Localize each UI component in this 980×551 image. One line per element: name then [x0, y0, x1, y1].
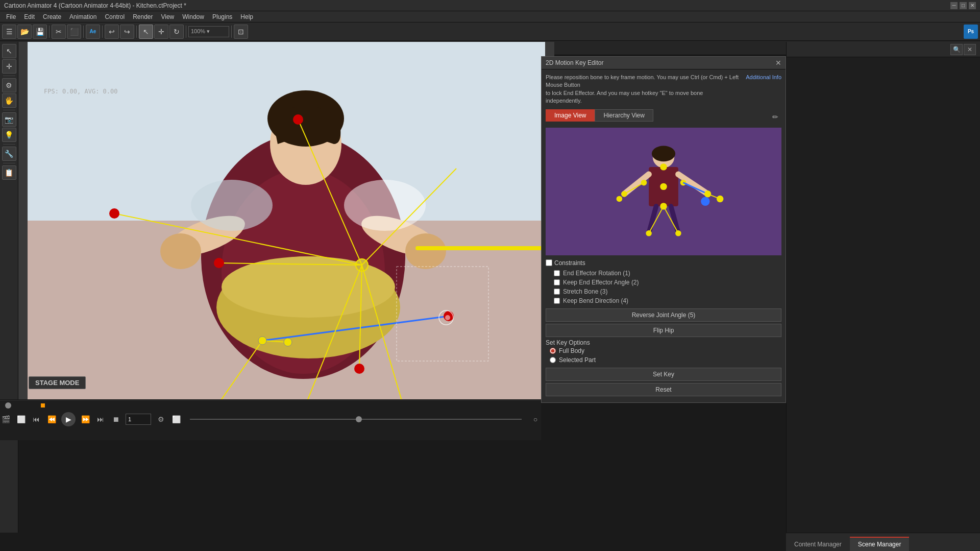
- tool-light[interactable]: 💡: [2, 128, 16, 142]
- constraint-keep-bend-direction: Keep Bend Direction (4): [546, 296, 781, 305]
- tool-bone[interactable]: ⚙: [2, 78, 16, 92]
- timeline-next-frame-button[interactable]: ⏩: [80, 414, 91, 425]
- timeline-play-button[interactable]: ▶: [61, 412, 76, 426]
- tool-prop[interactable]: 🔧: [2, 147, 16, 161]
- full-body-option: Full Body: [546, 346, 781, 355]
- motion-editor-close-button[interactable]: ✕: [775, 59, 781, 67]
- tool-sep-4: [3, 163, 15, 163]
- edit-button[interactable]: ✏: [769, 111, 781, 123]
- constraints-header: Constraints: [546, 259, 781, 267]
- tool-camera[interactable]: 📷: [2, 112, 16, 127]
- reverse-joint-button[interactable]: Reverse Joint Angle (5): [546, 308, 781, 322]
- timeline-end-button[interactable]: ○: [530, 414, 541, 425]
- timeline-expand-button[interactable]: ⬜: [170, 414, 182, 425]
- timeline-record-button[interactable]: 🎬: [0, 414, 11, 425]
- photoshop-button[interactable]: Ps: [964, 25, 978, 39]
- end-effector-rotation-checkbox[interactable]: [554, 270, 560, 276]
- reset-button[interactable]: Reset: [546, 383, 781, 396]
- save-button[interactable]: 💾: [33, 25, 47, 39]
- flip-hip-button[interactable]: Flip Hip: [546, 324, 781, 337]
- timeline-settings-button[interactable]: ⚙: [155, 414, 166, 425]
- keep-end-effector-checkbox[interactable]: [554, 279, 560, 285]
- svg-rect-15: [415, 246, 554, 250]
- redo-button[interactable]: ↪: [120, 25, 134, 39]
- timeline-scrub-handle[interactable]: [356, 416, 362, 422]
- menu-control[interactable]: Control: [101, 12, 129, 21]
- menu-create[interactable]: Create: [39, 12, 65, 21]
- undo-button[interactable]: ↩: [105, 25, 119, 39]
- minimize-button[interactable]: ─: [950, 2, 958, 9]
- keep-bend-direction-checkbox[interactable]: [554, 298, 560, 304]
- move-button[interactable]: ✛: [154, 25, 168, 39]
- zoom-field[interactable]: 100% ▾: [188, 26, 229, 37]
- tool-button-2[interactable]: ⬛: [67, 25, 81, 39]
- timeline-marker[interactable]: [41, 403, 45, 408]
- open-button[interactable]: 📂: [17, 25, 32, 39]
- svg-point-30: [354, 364, 364, 374]
- right-panel-search-button[interactable]: 🔍: [950, 44, 963, 55]
- motion-editor-info-text: Please reposition bone to key frame moti…: [546, 74, 740, 105]
- stretch-bone-checkbox[interactable]: [554, 289, 560, 295]
- additional-info-link[interactable]: Additional Info: [746, 74, 781, 81]
- rotate-button[interactable]: ↻: [169, 25, 184, 39]
- right-panel-content: [787, 57, 980, 533]
- stretch-bone-label: Stretch Bone (3): [563, 288, 607, 295]
- right-panel-close-button[interactable]: ✕: [964, 44, 976, 55]
- menu-plugins[interactable]: Plugins: [208, 12, 236, 21]
- timeline-scrubbar[interactable]: [190, 419, 522, 420]
- menu-bar: File Edit Create Animation Control Rende…: [0, 11, 980, 22]
- motion-editor-body: Please reposition bone to key frame moti…: [542, 69, 786, 402]
- timeline-loop-button[interactable]: ⬜: [15, 414, 27, 425]
- toolbar-sep-2: [83, 26, 84, 38]
- motion-editor-header: 2D Motion Key Editor ✕: [542, 57, 786, 69]
- full-body-radio[interactable]: [550, 348, 556, 354]
- tab-content-manager[interactable]: Content Manager: [786, 537, 850, 551]
- timeline-stop-button[interactable]: ⏹: [110, 414, 121, 425]
- timeline-frame-input[interactable]: 1: [126, 414, 151, 425]
- timeline-goto-end-button[interactable]: ⏭: [95, 414, 106, 425]
- menu-file[interactable]: File: [2, 12, 20, 21]
- menu-help[interactable]: Help: [236, 12, 257, 21]
- timeline-prev-frame-button[interactable]: ⏪: [46, 414, 57, 425]
- ae-button[interactable]: Ae: [86, 25, 100, 39]
- tool-select[interactable]: ↖: [2, 44, 16, 58]
- close-button[interactable]: ✕: [969, 2, 976, 9]
- set-key-button[interactable]: Set Key: [546, 368, 781, 381]
- svg-point-39: [652, 146, 675, 161]
- select-button[interactable]: ↖: [139, 25, 153, 39]
- svg-point-32: [284, 338, 292, 346]
- menu-view[interactable]: View: [157, 12, 178, 21]
- constraints-checkbox[interactable]: [546, 259, 552, 266]
- svg-point-57: [701, 197, 709, 205]
- maximize-button[interactable]: □: [960, 2, 967, 9]
- window-controls: ─ □ ✕: [950, 2, 976, 9]
- timeline-controls: 🎬 ⬜ ⏮ ⏪ ▶ ⏩ ⏭ ⏹ 1 ⚙ ⬜ ○: [0, 410, 541, 428]
- timeline-slider[interactable]: [5, 402, 11, 409]
- motion-editor-info: Please reposition bone to key frame moti…: [546, 74, 781, 105]
- keep-bend-direction-label: Keep Bend Direction (4): [563, 297, 628, 304]
- menu-edit[interactable]: Edit: [20, 12, 39, 21]
- menu-window[interactable]: Window: [178, 12, 208, 21]
- svg-point-49: [680, 179, 687, 185]
- constraint-keep-end-effector: Keep End Effector Angle (2): [546, 278, 781, 287]
- tab-scene-manager[interactable]: Scene Manager: [850, 537, 910, 551]
- svg-point-31: [258, 337, 266, 345]
- menu-animation[interactable]: Animation: [65, 12, 101, 21]
- tab-hierarchy-view[interactable]: Hierarchy View: [595, 109, 653, 122]
- tool-layer[interactable]: 📋: [2, 165, 16, 180]
- selected-part-radio[interactable]: [550, 357, 556, 363]
- constraint-stretch-bone: Stretch Bone (3): [546, 287, 781, 296]
- tool-pose[interactable]: 🖐: [2, 93, 16, 108]
- cut-button[interactable]: ✂: [52, 25, 66, 39]
- reset-view-button[interactable]: ⊡: [234, 25, 248, 39]
- tool-move[interactable]: ✛: [2, 59, 16, 74]
- timeline-goto-start-button[interactable]: ⏮: [31, 414, 42, 425]
- timeline-slider-area: [0, 400, 541, 410]
- tab-image-view[interactable]: Image View: [546, 109, 595, 122]
- canvas-svg: [18, 42, 554, 399]
- svg-point-34: [445, 315, 450, 320]
- menu-render[interactable]: Render: [129, 12, 157, 21]
- svg-point-45: [660, 163, 667, 170]
- new-button[interactable]: ☰: [2, 25, 16, 39]
- svg-point-7: [160, 233, 201, 269]
